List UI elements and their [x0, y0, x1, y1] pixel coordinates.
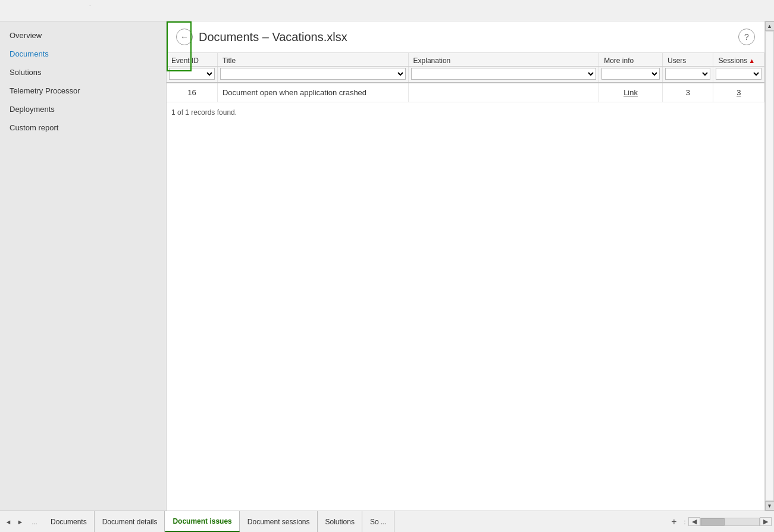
filter-cell-explanation[interactable] — [408, 67, 599, 83]
tab-next-icon: ► — [17, 518, 24, 525]
tab-prev-button[interactable]: ◄ — [2, 511, 14, 532]
top-tiny-text: . — [89, 1, 91, 7]
tab-scroll-left-button[interactable]: ◀ — [688, 517, 700, 526]
filter-select-users[interactable] — [665, 68, 710, 80]
right-scrollbar: ▲ ▼ — [764, 21, 774, 511]
filter-select-explanation[interactable] — [411, 68, 597, 80]
tab-options-button[interactable]: : — [681, 511, 688, 532]
cell-sessions[interactable]: 3 — [713, 83, 764, 102]
cell-title[interactable]: Document open when application crashed — [217, 83, 408, 102]
issues-table: Event ID Title Explanation More info Use — [167, 53, 764, 102]
sort-arrow-icon: ▲ — [748, 57, 755, 64]
table-header-row: Event ID Title Explanation More info Use — [167, 53, 764, 67]
tab-scrollbar-track — [700, 518, 760, 526]
tab-scrollbar-thumb[interactable] — [701, 518, 725, 525]
tab-options-icon: : — [684, 518, 685, 525]
tab-add-icon: + — [671, 517, 676, 527]
tab-more-icon: ... — [32, 518, 37, 525]
filter-select-more-info[interactable] — [601, 68, 660, 80]
tab-right-controls: ◀ ▶ — [688, 511, 772, 532]
bottom-tabs: ◄ ► ... DocumentsDocument detailsDocumen… — [0, 511, 774, 532]
filter-select-title[interactable] — [220, 68, 406, 80]
scroll-up-button[interactable]: ▲ — [765, 21, 775, 31]
tab-document-sessions[interactable]: Document sessions — [240, 511, 318, 532]
help-icon: ? — [744, 32, 749, 42]
filter-cell-more-info[interactable] — [599, 67, 663, 83]
col-header-more-info: More info — [599, 53, 663, 67]
tab-so-more[interactable]: So ... — [362, 511, 394, 532]
sidebar-item-documents[interactable]: Documents — [0, 45, 166, 63]
filter-select-sessions[interactable] — [716, 68, 762, 80]
content-header: ← Documents – Vacations.xlsx ? — [167, 21, 764, 53]
col-header-sessions: Sessions ▲ — [713, 53, 764, 67]
cell-explanation — [408, 83, 599, 102]
tab-scroll-right-button[interactable]: ▶ — [760, 517, 772, 526]
table-wrapper: Event ID Title Explanation More info Use — [167, 53, 764, 511]
sidebar-item-deployments[interactable]: Deployments — [0, 100, 166, 118]
tab-document-issues[interactable]: Document issues — [165, 511, 239, 532]
cell-event-id: 16 — [167, 83, 217, 102]
table-body: 16Document open when application crashed… — [167, 83, 764, 102]
tab-prev-icon: ◄ — [5, 518, 12, 525]
sidebar-item-solutions[interactable]: Solutions — [0, 63, 166, 82]
sidebar-item-custom-report[interactable]: Custom report — [0, 118, 166, 137]
cell-more-info[interactable]: Link — [599, 83, 663, 102]
tab-solutions[interactable]: Solutions — [318, 511, 362, 532]
filter-cell-event-id[interactable] — [167, 67, 217, 83]
tab-next-button[interactable]: ► — [14, 511, 26, 532]
page-title: Documents – Vacations.xlsx — [199, 30, 732, 44]
scroll-down-button[interactable]: ▼ — [765, 501, 775, 511]
tab-scroll-area: DocumentsDocument detailsDocument issues… — [43, 511, 667, 532]
filter-cell-title[interactable] — [217, 67, 408, 83]
col-header-event-id: Event ID — [167, 53, 217, 67]
col-header-users: Users — [663, 53, 713, 67]
tab-document-details[interactable]: Document details — [95, 511, 165, 532]
col-header-title: Title — [217, 53, 408, 67]
col-header-explanation: Explanation — [408, 53, 599, 67]
back-icon: ← — [180, 32, 189, 42]
tab-more-button[interactable]: ... — [26, 511, 43, 532]
top-bar: . — [0, 0, 774, 21]
help-button[interactable]: ? — [738, 29, 755, 45]
filter-cell-sessions[interactable] — [713, 67, 764, 83]
tab-add-button[interactable]: + — [667, 511, 681, 532]
scroll-track — [765, 31, 774, 501]
main-layout: OverviewDocumentsSolutionsTelemetry Proc… — [0, 21, 774, 511]
content-area: ← Documents – Vacations.xlsx ? Event ID … — [167, 21, 764, 511]
table-row: 16Document open when application crashed… — [167, 83, 764, 102]
tab-documents[interactable]: Documents — [43, 511, 95, 532]
back-button[interactable]: ← — [176, 29, 193, 45]
sidebar-item-telemetry-processor[interactable]: Telemetry Processor — [0, 82, 166, 100]
table-filter-row — [167, 67, 764, 83]
cell-users: 3 — [663, 83, 713, 102]
sidebar: OverviewDocumentsSolutionsTelemetry Proc… — [0, 21, 167, 511]
sidebar-item-overview[interactable]: Overview — [0, 26, 166, 45]
records-found: 1 of 1 records found. — [167, 102, 764, 123]
filter-select-event-id[interactable] — [169, 68, 215, 80]
filter-cell-users[interactable] — [663, 67, 713, 83]
